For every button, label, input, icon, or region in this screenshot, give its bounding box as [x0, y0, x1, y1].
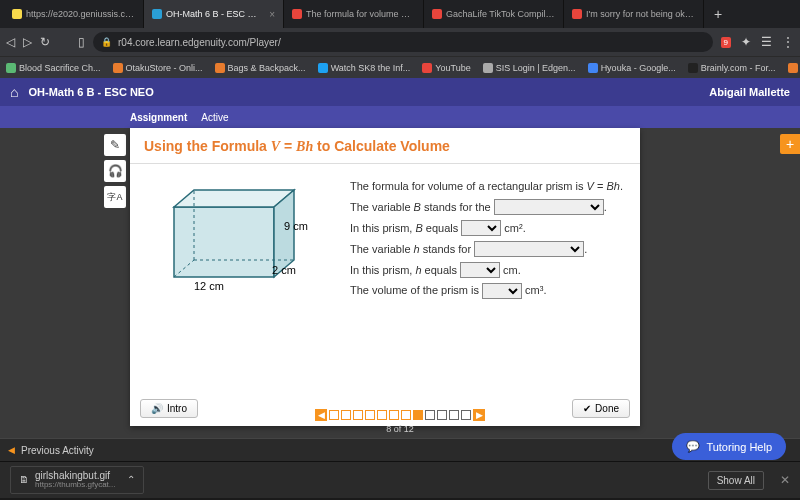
pager-step[interactable] [401, 410, 411, 420]
bookmark-item[interactable]: Bags & Backpack... [215, 63, 306, 73]
course-title: OH-Math 6 B - ESC NEO [28, 86, 153, 98]
pager-step [461, 410, 471, 420]
tool-palette: ✎ 🎧 字A [104, 134, 126, 208]
equalizer-icon[interactable]: ☰ [761, 35, 772, 49]
browser-tab[interactable]: https://e2020.geniussis.com/FED [4, 0, 144, 28]
pager-step[interactable] [353, 410, 363, 420]
select-b-meaning[interactable] [494, 199, 604, 215]
tab-active[interactable]: Active [201, 112, 228, 123]
prism-figure: 9 cm 2 cm 12 cm [144, 172, 334, 312]
select-h-meaning[interactable] [474, 241, 584, 257]
close-downloads-icon[interactable]: ✕ [780, 473, 790, 487]
pager-step[interactable] [329, 410, 339, 420]
svg-marker-0 [174, 207, 274, 277]
bookmark-item[interactable]: YouTube [422, 63, 470, 73]
audio-tool[interactable]: 🎧 [104, 160, 126, 182]
app-header: ⌂ OH-Math 6 B - ESC NEO Abigail Mallette [0, 78, 800, 106]
done-button[interactable]: ✔Done [572, 399, 630, 418]
bookmark-item[interactable]: Watch SK8 the Inf... [318, 63, 411, 73]
pager-step[interactable] [365, 410, 375, 420]
pager-step [437, 410, 447, 420]
address-bar[interactable]: 🔒 r04.core.learn.edgenuity.com/Player/ [93, 32, 713, 52]
back-button[interactable]: ◁ [6, 35, 15, 49]
tutoring-help-button[interactable]: 💬Tutoring Help [672, 433, 786, 460]
home-icon[interactable]: ⌂ [10, 84, 18, 100]
browser-navbar: ◁ ▷ ↻ ▯ 🔒 r04.core.learn.edgenuity.com/P… [0, 28, 800, 56]
forward-button[interactable]: ▷ [23, 35, 32, 49]
bookmark-item[interactable]: SIS Login | Edgen... [483, 63, 576, 73]
chevron-up-icon[interactable]: ⌃ [127, 474, 135, 485]
pager-next[interactable]: ▶ [473, 409, 485, 421]
speaker-icon: 🔊 [151, 403, 163, 414]
select-b-value[interactable] [461, 220, 501, 236]
chevron-left-icon: ◀ [8, 445, 15, 455]
pager-step[interactable] [413, 410, 423, 420]
browser-tab[interactable]: GachaLife TikTok Compilation #210 [424, 0, 564, 28]
pager-label: 8 of 12 [386, 424, 414, 434]
reload-button[interactable]: ↻ [40, 35, 50, 49]
bookmark-item[interactable]: Hyouka - Google... [588, 63, 676, 73]
intro-button[interactable]: 🔊Intro [140, 399, 198, 418]
pager-step[interactable] [389, 410, 399, 420]
bookmark-item[interactable]: Shimeji Directory (... [788, 63, 800, 73]
sub-header: Assignment Active [0, 106, 800, 128]
select-h-value[interactable] [460, 262, 500, 278]
chat-icon: 💬 [686, 440, 700, 453]
bookmark-item[interactable]: OtakuStore - Onli... [113, 63, 203, 73]
lock-icon: 🔒 [101, 37, 112, 47]
browser-tab[interactable]: I'm sorry for not being okay. (s [564, 0, 704, 28]
menu-icon[interactable]: ⋮ [782, 35, 794, 49]
lesson-card: Using the Formula V = Bh to Calculate Vo… [130, 128, 640, 426]
downloads-bar: 🗎 girlshakingbut.gif https://thumbs.gfyc… [0, 462, 800, 498]
bookmarks-bar: Blood Sacrifice Ch...OtakuStore - Onli..… [0, 56, 800, 78]
highlighter-tool[interactable]: ✎ [104, 134, 126, 156]
translate-tool[interactable]: 字A [104, 186, 126, 208]
url-text: r04.core.learn.edgenuity.com/Player/ [118, 37, 281, 48]
extensions-icon[interactable]: ✦ [741, 35, 751, 49]
stage: ✎ 🎧 字A + Using the Formula V = Bh to Cal… [0, 128, 800, 438]
pager-prev[interactable]: ◀ [315, 409, 327, 421]
lesson-title: Using the Formula V = Bh to Calculate Vo… [130, 128, 640, 164]
dim-height: 9 cm [284, 220, 308, 232]
browser-tab[interactable]: The formula for volume of a rectan [284, 0, 424, 28]
extension-badge[interactable]: 9 [721, 37, 731, 48]
browser-tabstrip: https://e2020.geniussis.com/FEDOH-Math 6… [0, 0, 800, 28]
pager: ◀▶ 8 of 12 [315, 409, 485, 434]
dim-width: 2 cm [272, 264, 296, 276]
question-panel: The formula for volume of a rectangular … [350, 172, 623, 312]
add-note-button[interactable]: + [780, 134, 800, 154]
download-source: https://thumbs.gfycat... [35, 481, 115, 490]
bookmark-item[interactable]: Brainly.com - For... [688, 63, 776, 73]
dim-length: 12 cm [194, 280, 224, 292]
pager-step [449, 410, 459, 420]
tab-assignment[interactable]: Assignment [130, 112, 187, 123]
reading-list-icon[interactable]: ▯ [78, 35, 85, 49]
pager-step [425, 410, 435, 420]
prism-svg [164, 182, 334, 312]
new-tab-button[interactable]: + [704, 0, 732, 28]
check-icon: ✔ [583, 403, 591, 414]
pager-step[interactable] [377, 410, 387, 420]
bookmark-item[interactable]: Blood Sacrifice Ch... [6, 63, 101, 73]
browser-tab[interactable]: OH-Math 6 B - ESC NEO - Edg× [144, 0, 284, 28]
pager-step[interactable] [341, 410, 351, 420]
file-icon: 🗎 [19, 474, 29, 485]
select-volume[interactable] [482, 283, 522, 299]
user-name[interactable]: Abigail Mallette [709, 86, 790, 98]
show-all-button[interactable]: Show All [708, 471, 764, 490]
download-item[interactable]: 🗎 girlshakingbut.gif https://thumbs.gfyc… [10, 466, 144, 494]
